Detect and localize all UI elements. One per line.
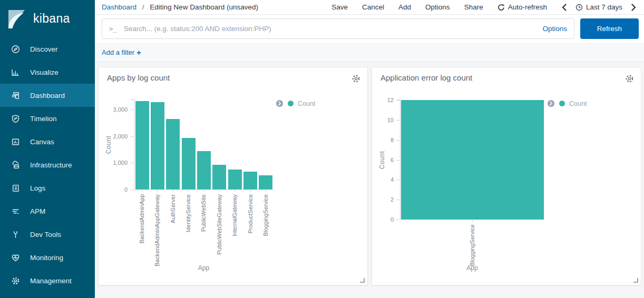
refresh-circular-arrow-icon xyxy=(497,4,505,11)
y-tick-mark xyxy=(130,163,133,163)
sidebar-item-discover[interactable]: Discover xyxy=(0,37,95,61)
x-tick-label: PublicWebSiteGateway xyxy=(216,194,222,255)
search-input[interactable] xyxy=(123,24,538,33)
y-tick-mark xyxy=(396,120,399,121)
plus-icon: + xyxy=(136,48,141,57)
bar-slot xyxy=(212,100,227,190)
heartbeat-icon xyxy=(11,253,20,262)
x-tick-label: AuthServer xyxy=(170,194,176,223)
topnav-actions: SaveCancelAddOptionsShare xyxy=(331,3,483,11)
sidebar-item-dev-tools[interactable]: Dev Tools xyxy=(0,223,95,246)
legend-color-dot[interactable] xyxy=(559,101,565,106)
legend-color-dot[interactable] xyxy=(288,101,294,106)
x-tick: BloggingService xyxy=(258,190,274,264)
time-picker-button[interactable]: Last 7 days xyxy=(575,3,622,11)
bar-BackendAdminApp[interactable] xyxy=(135,101,149,190)
y-tick-label: 0 xyxy=(103,186,128,193)
bars-area xyxy=(134,100,274,190)
frame-icon xyxy=(11,137,20,146)
sidebar-item-label: Management xyxy=(30,277,72,285)
bar-BloggingService[interactable] xyxy=(259,175,272,190)
breadcrumb-dashboard-link[interactable]: Dashboard xyxy=(102,3,136,11)
filter-bar: Add a filter + xyxy=(95,43,644,62)
search-bar-row: >_ Options Refresh xyxy=(95,15,644,43)
lines-icon xyxy=(11,207,20,216)
add-filter-link[interactable]: Add a filter + xyxy=(102,48,141,57)
x-tick: InternalGateway xyxy=(227,190,242,264)
panel-resize-handle[interactable] xyxy=(633,278,638,283)
bar-InternalGateway[interactable] xyxy=(228,170,242,190)
y-tick-label: 6 xyxy=(369,157,394,163)
x-tick: ProductService xyxy=(242,190,258,264)
compass-icon xyxy=(11,45,20,54)
bars-area xyxy=(401,100,544,220)
bar-ProductService[interactable] xyxy=(243,172,257,190)
panel-application-error-log-count: Application error log count Count0246810… xyxy=(372,67,641,285)
panel-header: Application error log count xyxy=(372,67,641,86)
x-tick-label: BackendAdminApp xyxy=(139,194,145,244)
sidebar-item-label: Discover xyxy=(30,45,58,53)
bar-PublicWebSiteGateway[interactable] xyxy=(212,165,226,190)
y-tick-mark xyxy=(130,190,133,190)
sidebar-item-monitoring[interactable]: Monitoring xyxy=(0,246,95,269)
x-tick: PublicWebSiteGateway xyxy=(211,190,227,264)
panel-options-gear-icon[interactable] xyxy=(625,74,634,83)
sidebar-item-label: APM xyxy=(30,207,45,215)
x-tick: IdentityService xyxy=(180,190,196,264)
breadcrumb: Dashboard / Editing New Dashboard (unsav… xyxy=(102,3,258,11)
legend-collapse-icon[interactable] xyxy=(276,100,284,107)
panel-apps-by-log-count: Apps by log count Count01,0002,0003,000B… xyxy=(98,67,368,285)
save-button[interactable]: Save xyxy=(331,3,348,11)
scroll-icon xyxy=(11,184,20,193)
legend-collapse-icon[interactable] xyxy=(547,100,555,107)
x-tick-label: BackendAdminAppGateway xyxy=(154,194,160,266)
sidebar-item-label: Dashboard xyxy=(30,92,65,100)
bar-PublicWebSite[interactable] xyxy=(197,151,211,190)
add-filter-label: Add a filter xyxy=(102,48,134,56)
sidebar-item-infrastructure[interactable]: Infrastructure xyxy=(0,153,95,176)
kibana-logo-icon xyxy=(7,8,26,29)
sidebar-item-visualize[interactable]: Visualize xyxy=(0,61,95,84)
sidebar-item-logs[interactable]: Logs xyxy=(0,176,95,200)
auto-refresh-button[interactable]: Auto-refresh xyxy=(497,3,547,11)
bar-BloggingService[interactable] xyxy=(401,100,544,220)
search-box[interactable]: >_ Options xyxy=(102,18,574,39)
auto-refresh-label: Auto-refresh xyxy=(508,3,547,11)
y-tick-mark xyxy=(130,110,133,110)
bar-slot xyxy=(181,100,196,190)
bar-IdentityService[interactable] xyxy=(182,138,196,190)
breadcrumb-separator: / xyxy=(142,3,144,11)
sidebar-item-label: Infrastructure xyxy=(30,161,72,169)
search-options-link[interactable]: Options xyxy=(542,25,567,33)
time-controls: Auto-refresh Last 7 days xyxy=(497,3,637,11)
sidebar-item-canvas[interactable]: Canvas xyxy=(0,130,95,153)
add-button[interactable]: Add xyxy=(398,3,411,11)
sidebar-item-timelion[interactable]: Timelion xyxy=(0,107,95,130)
sidebar-item-label: Canvas xyxy=(30,138,54,146)
bar-chart-icon xyxy=(11,68,20,77)
x-axis-labels: BloggingService xyxy=(400,220,544,265)
sidebar-item-dashboard[interactable]: Dashboard xyxy=(0,84,95,107)
panel-resize-handle[interactable] xyxy=(360,278,365,283)
wrench-icon xyxy=(11,230,20,239)
sidebar-item-label: Monitoring xyxy=(30,254,63,262)
x-axis-title: App xyxy=(466,264,477,272)
legend-label[interactable]: Count xyxy=(298,100,315,107)
x-tick-label: ProductService xyxy=(247,194,253,234)
time-forward-chevron-icon[interactable] xyxy=(631,4,637,11)
options-button[interactable]: Options xyxy=(425,3,450,11)
panel-options-gear-icon[interactable] xyxy=(352,74,360,83)
sidebar-item-apm[interactable]: APM xyxy=(0,200,95,223)
legend-label[interactable]: Count xyxy=(569,100,587,107)
panel-title: Application error log count xyxy=(380,73,472,82)
sidebar-item-management[interactable]: Management xyxy=(0,269,95,292)
refresh-button[interactable]: Refresh xyxy=(580,18,639,39)
top-nav-bar: Dashboard / Editing New Dashboard (unsav… xyxy=(95,0,644,15)
cancel-button[interactable]: Cancel xyxy=(362,3,384,11)
bar-BackendAdminAppGateway[interactable] xyxy=(151,102,164,190)
panel-title: Apps by log count xyxy=(107,73,170,82)
kibana-logo[interactable]: kibana xyxy=(0,0,95,37)
bar-AuthServer[interactable] xyxy=(166,119,180,190)
share-button[interactable]: Share xyxy=(464,3,483,11)
time-back-chevron-icon[interactable] xyxy=(561,4,567,11)
